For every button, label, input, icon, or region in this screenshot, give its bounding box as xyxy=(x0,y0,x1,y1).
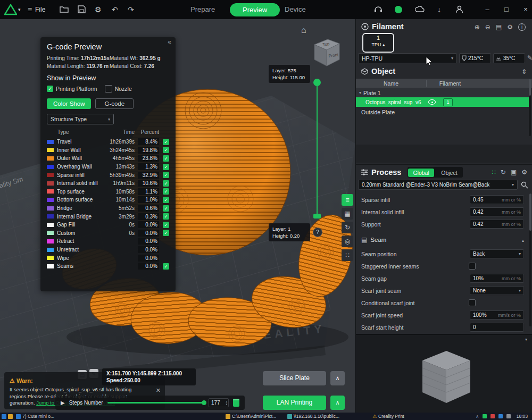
search-preset-icon[interactable] xyxy=(521,181,528,189)
play-icon[interactable]: ▶ xyxy=(61,400,65,406)
preview-collapse-icon[interactable]: ▾ xyxy=(525,337,527,342)
advanced-settings-icon[interactable]: ⚙ xyxy=(521,169,527,176)
visibility-eye-icon[interactable] xyxy=(428,99,436,105)
steps-slider-knob[interactable] xyxy=(202,400,206,405)
type-visible-checkbox[interactable]: ✓ xyxy=(163,164,169,170)
type-visible-checkbox[interactable]: ✓ xyxy=(163,155,169,162)
process-tab-object[interactable]: Object xyxy=(436,169,462,177)
taskbar-item[interactable]: 7) Cute mini o... xyxy=(16,413,54,419)
object-scrollbar[interactable] xyxy=(529,79,531,136)
add-filament-icon[interactable]: ⊕ xyxy=(475,23,480,31)
steps-number-input[interactable]: 177 ▴▾ xyxy=(209,398,229,407)
logo-caret-icon[interactable]: ▾ xyxy=(18,0,21,19)
param-checkbox[interactable] xyxy=(469,299,476,306)
apps-grid-tool-icon[interactable]: ∷ xyxy=(342,249,353,261)
taskbar-item[interactable]: ⚠Creality Print xyxy=(372,413,404,419)
param-input[interactable]: 10%mm or % xyxy=(470,274,524,283)
color-show-button[interactable]: Color Show xyxy=(47,98,91,109)
filament-settings-icon[interactable]: ⚙ xyxy=(507,23,513,31)
layer-slider-bottom-handle[interactable] xyxy=(313,214,321,219)
param-checkbox[interactable] xyxy=(469,263,476,270)
reset-params-icon[interactable]: ↻ xyxy=(501,169,506,176)
headset-support-icon[interactable] xyxy=(374,5,383,13)
gcode-cube-icon[interactable] xyxy=(233,399,239,407)
param-select[interactable]: None▾ xyxy=(470,286,524,295)
save-icon[interactable] xyxy=(78,5,86,13)
home-view-icon[interactable]: ⌂ xyxy=(301,26,306,35)
upload-cloud-icon[interactable] xyxy=(415,5,425,13)
tab-device[interactable]: Device xyxy=(285,0,306,19)
process-scrollbar[interactable] xyxy=(529,194,531,326)
download-icon[interactable]: ↓ xyxy=(437,0,441,19)
filament-type-dropdown[interactable]: HP-TPU ▾ xyxy=(358,53,457,63)
open-folder-icon[interactable] xyxy=(60,5,69,13)
steps-slider-track[interactable] xyxy=(107,402,204,404)
param-input[interactable]: 0.42mm or % xyxy=(470,220,524,229)
param-select[interactable]: Back▾ xyxy=(470,249,524,258)
creality-logo-icon[interactable] xyxy=(4,4,17,15)
taskbar-item[interactable]: \\192.168.1.10\public... xyxy=(287,413,339,419)
printing-platform-checkbox[interactable]: ✓ xyxy=(47,86,53,92)
system-tray[interactable]: ∧ xyxy=(476,413,511,419)
object-row-plate[interactable]: ▾ Plate 1 xyxy=(356,88,531,97)
filament-list-icon[interactable]: ▤ xyxy=(496,23,502,31)
object-expand-icon[interactable]: ⇕ xyxy=(521,68,527,75)
type-visible-checkbox[interactable]: ✓ xyxy=(163,197,169,203)
window-maximize-button[interactable]: □ xyxy=(499,0,514,19)
edit-filament-icon[interactable]: ✎ xyxy=(527,54,532,62)
type-visible-checkbox[interactable]: ✓ xyxy=(163,172,169,178)
slice-plate-button[interactable]: Slice Plate xyxy=(263,371,326,385)
object-row-outside[interactable]: Outside Plate xyxy=(356,107,531,116)
panel-collapse-icon[interactable]: « xyxy=(168,38,171,46)
calculator-tool-icon[interactable]: ▦ xyxy=(342,208,353,220)
tab-preview[interactable]: Preview xyxy=(230,3,280,16)
param-grid-icon[interactable]: ∷ xyxy=(492,169,496,176)
type-visible-checkbox[interactable]: ✓ xyxy=(163,147,169,153)
taskbar-item[interactable]: C:\Users\Admin\Pict... xyxy=(226,413,276,419)
taskbar-clock[interactable]: 18:03 xyxy=(517,413,528,419)
type-visible-checkbox[interactable]: ✓ xyxy=(163,213,169,220)
target-tool-icon[interactable]: ◎ xyxy=(342,236,353,247)
undo-icon[interactable]: ↶ xyxy=(112,0,118,19)
window-close-button[interactable]: × xyxy=(518,0,532,19)
type-visible-checkbox[interactable]: ✓ xyxy=(163,222,169,228)
process-tab-global[interactable]: Global xyxy=(408,169,434,177)
warning-close-icon[interactable]: ✕ xyxy=(156,387,161,394)
tree-expand-icon[interactable]: ▾ xyxy=(359,90,361,95)
window-minimize-button[interactable]: – xyxy=(480,0,495,19)
type-visible-checkbox[interactable]: ✓ xyxy=(163,188,169,195)
layer-list-tool-icon[interactable]: ≡ xyxy=(342,194,353,206)
slice-options-button[interactable]: ∧ xyxy=(330,371,345,385)
tab-prepare[interactable]: Prepare xyxy=(190,0,215,19)
param-input[interactable]: 0.42mm or % xyxy=(470,207,524,216)
param-input[interactable]: 100%mm/s or % xyxy=(470,310,524,320)
redo-icon[interactable]: ↷ xyxy=(128,0,134,19)
type-visible-checkbox[interactable]: ✓ xyxy=(163,205,169,212)
param-input[interactable]: 0 xyxy=(470,323,524,332)
layer-slider-track[interactable] xyxy=(317,86,318,217)
refresh-tool-icon[interactable]: ↻ xyxy=(342,222,353,233)
remove-filament-icon[interactable]: ⊖ xyxy=(485,23,491,31)
object-row-selected[interactable]: Octopus_spiral_sup_v6 1 xyxy=(356,97,531,107)
nozzle-temp-field[interactable]: 215°C xyxy=(459,53,491,63)
filament-slot-chip[interactable]: 1 TPU ▴ xyxy=(362,33,394,53)
taskbar-pinned-icons[interactable] xyxy=(2,413,13,419)
filament-info-icon[interactable]: i xyxy=(518,23,526,31)
file-menu[interactable]: File xyxy=(35,0,45,19)
preset-dropdown[interactable]: 0.20mm Standard @Ender-3 V3 NoBrim Seam@… xyxy=(358,180,518,190)
bed-temp-field[interactable]: 35°C xyxy=(493,53,525,63)
settings-gear-icon[interactable]: ⚙ xyxy=(95,0,102,19)
creality-cloud-icon[interactable] xyxy=(395,6,402,13)
type-visible-checkbox[interactable]: ✓ xyxy=(163,180,169,187)
menu-icon[interactable]: ≡ xyxy=(28,0,32,19)
object-filament-chip[interactable]: 1 xyxy=(443,98,453,106)
save-preset-icon[interactable]: ▣ xyxy=(511,169,517,176)
stepper-down-icon[interactable]: ▾ xyxy=(226,403,227,406)
structure-type-dropdown[interactable]: Structure Type ▾ xyxy=(47,114,114,124)
user-account-icon[interactable] xyxy=(455,5,463,13)
lan-options-button[interactable]: ∧ xyxy=(330,396,345,410)
seam-collapse-icon[interactable]: ▴ xyxy=(522,238,524,243)
param-input[interactable]: 0.45mm or % xyxy=(470,195,524,204)
type-visible-checkbox[interactable]: ✓ xyxy=(163,263,169,270)
type-visible-checkbox[interactable]: ✓ xyxy=(163,230,169,236)
